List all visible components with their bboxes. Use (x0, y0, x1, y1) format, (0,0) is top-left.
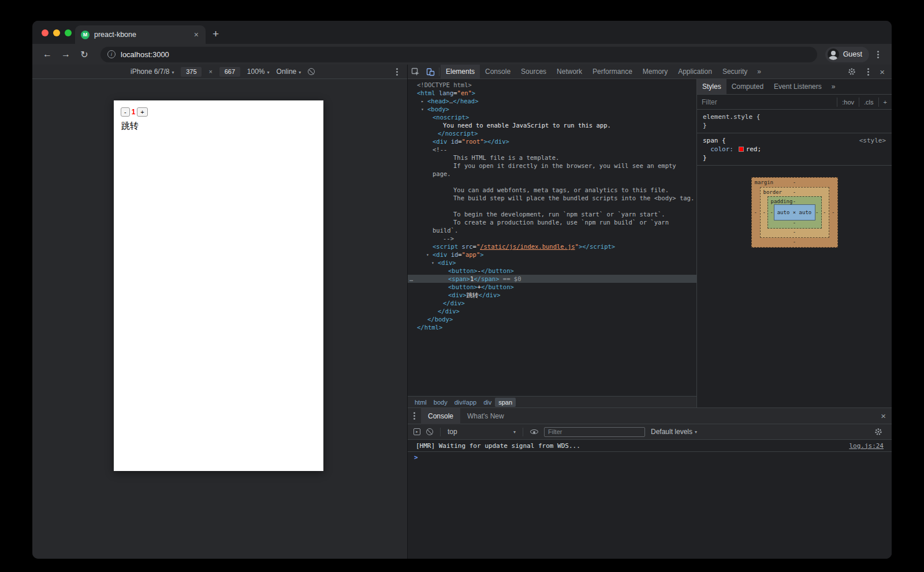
box-model-content[interactable]: auto × auto (774, 204, 815, 220)
drawer-close-icon[interactable]: × (878, 411, 892, 421)
dom-tree-line[interactable]: </div> (408, 307, 696, 315)
dom-tree-line[interactable] (408, 202, 696, 210)
clear-console-icon[interactable] (426, 428, 433, 435)
reload-icon[interactable]: ↻ (76, 49, 92, 60)
padding-right-value[interactable]: - (815, 208, 818, 217)
dom-tree-line[interactable]: <!-- (408, 145, 696, 154)
dom-tree-line[interactable]: </html> (408, 323, 696, 331)
dom-tree-line[interactable]: <div id="root"></div> (408, 137, 696, 145)
dom-tree-line[interactable] (408, 178, 696, 186)
dom-tree-line[interactable]: You can add webfonts, meta tags, or anal… (408, 186, 696, 194)
margin-right-value[interactable]: - (832, 208, 834, 217)
devtools-tab-sources[interactable]: Sources (516, 65, 552, 78)
breadcrumb-body[interactable]: body (430, 398, 451, 407)
breadcrumb-div-app[interactable]: div#app (451, 398, 480, 407)
increment-button[interactable]: + (137, 107, 147, 117)
devtools-tab-security[interactable]: Security (717, 65, 752, 78)
padding-bottom-value[interactable]: - (793, 219, 796, 227)
dom-tree-line[interactable]: <script src="/static/js/index.bundle.js"… (408, 242, 696, 251)
console-filter-input[interactable] (544, 427, 645, 437)
collapse-arrow-icon[interactable]: ▾ (431, 259, 434, 267)
pseudo-state-toggle[interactable]: :hov (837, 98, 859, 107)
margin-left-value[interactable]: - (754, 208, 757, 217)
styles-tab-styles[interactable]: Styles (697, 79, 726, 94)
css-property[interactable]: color: (710, 145, 733, 153)
styles-more-tabs-chevron[interactable]: » (827, 83, 840, 91)
viewport-width-input[interactable] (181, 67, 202, 77)
dom-tree-line[interactable]: <div>跳转</div> (408, 291, 696, 299)
breadcrumb-div[interactable]: div (480, 398, 495, 407)
class-toggle[interactable]: .cls (859, 98, 878, 107)
element-style-rule[interactable]: element.style { (697, 113, 892, 121)
more-tabs-chevron[interactable]: » (752, 68, 766, 76)
collapse-arrow-icon[interactable]: ▾ (426, 251, 429, 259)
rotate-disabled-icon[interactable] (308, 68, 315, 75)
browser-menu-icon[interactable] (877, 54, 879, 55)
padding-left-value[interactable]: - (770, 208, 773, 217)
address-bar[interactable]: localhost:3000 (100, 47, 817, 62)
new-style-rule-button[interactable]: + (878, 98, 892, 107)
span-rule-open[interactable]: <style>span { (697, 136, 892, 145)
dom-tree-line[interactable]: ▾<div> (408, 259, 696, 267)
dom-tree-line[interactable]: To begin the development, run `npm start… (408, 210, 696, 218)
dom-tree-line[interactable]: ▾<body> (408, 105, 696, 113)
drawer-menu-icon[interactable] (413, 415, 415, 417)
collapse-arrow-icon[interactable]: ▾ (421, 106, 424, 114)
box-model-margin[interactable]: margin - - - - border - - - - (751, 177, 838, 248)
console-tab-what-s-new[interactable]: What's New (460, 408, 511, 424)
jump-link[interactable]: 跳转 (121, 121, 323, 132)
decrement-button[interactable]: - (121, 107, 130, 117)
inspect-element-icon[interactable] (408, 68, 423, 76)
close-window-button[interactable] (42, 29, 49, 36)
console-tab-console[interactable]: Console (421, 408, 460, 424)
border-right-value[interactable]: - (823, 208, 826, 217)
padding-top-value[interactable]: - (793, 197, 796, 206)
devtools-tab-console[interactable]: Console (480, 65, 516, 78)
css-declaration[interactable]: color: red; (697, 145, 892, 154)
dom-tree-line[interactable]: <html lang="en"> (408, 89, 696, 97)
console-source-link[interactable]: log.js:24 (849, 442, 884, 450)
info-icon[interactable] (107, 50, 116, 58)
box-model-padding[interactable]: padding - - - - auto × auto (767, 196, 822, 229)
color-swatch-icon[interactable] (739, 147, 744, 152)
devtools-tab-application[interactable]: Application (673, 65, 717, 78)
console-sidebar-icon[interactable]: ▸ (413, 428, 420, 435)
viewport-height-input[interactable] (219, 67, 240, 77)
gear-icon[interactable] (844, 68, 859, 76)
browser-tab[interactable]: M preact-kbone × (75, 25, 206, 44)
dom-tree-line[interactable]: <noscript> (408, 113, 696, 121)
margin-top-value[interactable]: - (793, 178, 796, 187)
css-value[interactable]: red; (746, 145, 762, 153)
dom-tree-line[interactable]: This HTML file is a template. (408, 154, 696, 162)
dom-tree-line[interactable]: </noscript> (408, 129, 696, 137)
border-left-value[interactable]: - (763, 208, 766, 217)
breadcrumb-html[interactable]: html (411, 398, 430, 407)
dom-tree-line[interactable]: </body> (408, 315, 696, 323)
guest-profile-button[interactable]: Guest (825, 47, 869, 62)
devtools-tab-performance[interactable]: Performance (587, 65, 638, 78)
dom-tree-line[interactable]: You need to enable JavaScript to run thi… (408, 121, 696, 129)
console-prompt[interactable]: > (408, 452, 892, 462)
device-toolbar-toggle-icon[interactable] (423, 68, 438, 76)
forward-icon[interactable]: → (58, 49, 74, 59)
console-settings-gear-icon[interactable] (871, 428, 886, 436)
log-levels-select[interactable]: Default levels ▾ (651, 428, 697, 436)
dom-tree-line[interactable]: build`. (408, 226, 696, 234)
dom-tree-line[interactable]: <button>+</button> (408, 283, 696, 291)
dom-tree-line[interactable]: If you open it directly in the browser, … (408, 162, 696, 170)
execution-context-select[interactable]: top ▾ (448, 428, 516, 436)
minimize-window-button[interactable] (53, 29, 60, 36)
dom-tree-line[interactable]: <!DOCTYPE html> (408, 81, 696, 89)
device-toolbar-menu-icon[interactable] (396, 71, 398, 73)
style-source-link[interactable]: <style> (859, 136, 886, 145)
dom-tree-line[interactable]: ▾<div id="app"> (408, 251, 696, 259)
devtools-menu-icon[interactable] (867, 71, 869, 73)
dom-tree-line[interactable]: </div> (408, 299, 696, 307)
devtools-tab-memory[interactable]: Memory (638, 65, 673, 78)
margin-bottom-value[interactable]: - (793, 238, 796, 246)
tab-close-icon[interactable]: × (193, 30, 200, 39)
border-bottom-value[interactable]: - (793, 228, 796, 237)
back-icon[interactable]: ← (39, 49, 55, 59)
styles-tab-event-listeners[interactable]: Event Listeners (769, 79, 827, 94)
dom-tree-line[interactable]: <button>-</button> (408, 267, 696, 275)
